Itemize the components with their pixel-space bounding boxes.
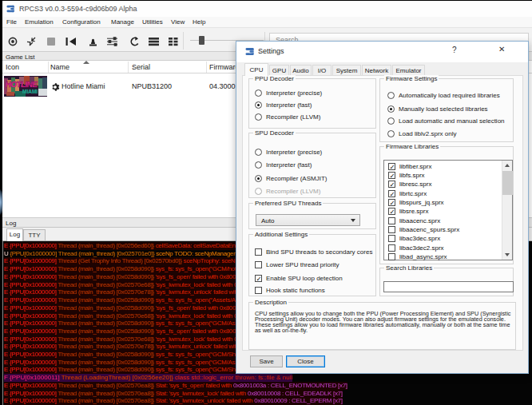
svg-text:MIAMI: MIAMI xyxy=(22,89,38,94)
